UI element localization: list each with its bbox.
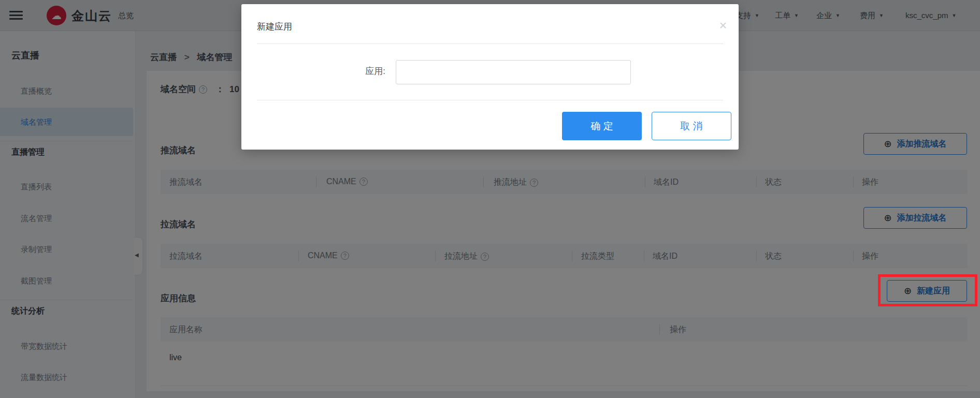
- application-field-label: 应用:: [335, 65, 385, 77]
- new-application-dialog: 新建应用 ✕ 应用: 确 定 取 消: [241, 4, 739, 150]
- cancel-button[interactable]: 取 消: [652, 112, 731, 140]
- page: ☁ 金山云 总览 支持▼ 工单▼ 企业▼ 费用▼ ksc_cvc_pm▼ 云直播…: [0, 0, 980, 398]
- application-name-input[interactable]: [396, 60, 631, 84]
- highlight-annotation-box: [878, 274, 977, 306]
- dialog-divider: [257, 100, 723, 100]
- close-icon[interactable]: ✕: [719, 20, 727, 32]
- dialog-title: 新建应用: [257, 21, 292, 33]
- dialog-divider: [257, 43, 723, 44]
- confirm-button[interactable]: 确 定: [562, 112, 642, 140]
